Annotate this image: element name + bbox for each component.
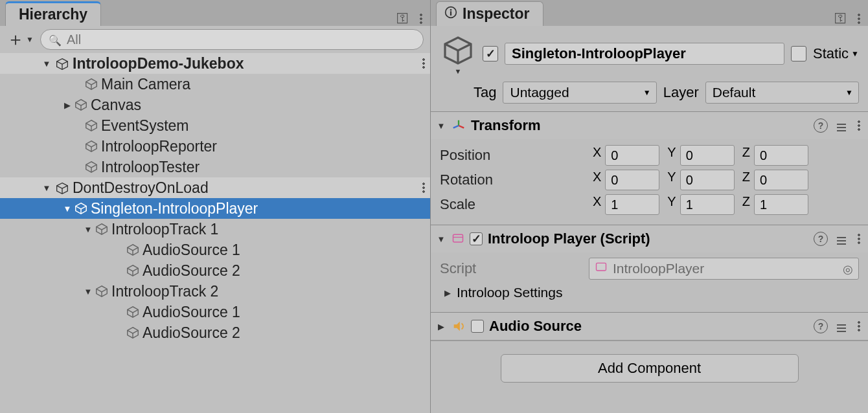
- unity-scene-icon: [56, 181, 69, 194]
- settings-label: Introloop Settings: [457, 285, 562, 300]
- position-z-field[interactable]: [754, 145, 808, 166]
- tree-row[interactable]: IntroloopTrack 2: [0, 281, 430, 302]
- transform-header[interactable]: Transform: [431, 112, 868, 139]
- lock-icon[interactable]: [834, 11, 847, 26]
- gameobject-name-field[interactable]: [505, 43, 784, 65]
- static-checkbox[interactable]: [791, 46, 806, 61]
- layer-label: Layer: [663, 84, 699, 101]
- component-menu-icon[interactable]: [858, 120, 860, 131]
- tree-row[interactable]: IntroloopTrack 1: [0, 219, 430, 240]
- svg-rect-42: [453, 234, 463, 242]
- row-label: Singleton-IntroloopPlayer: [91, 200, 425, 218]
- scene-row[interactable]: IntroloopDemo-Jukebox: [0, 53, 430, 74]
- tag-dropdown[interactable]: Untagged▼: [503, 82, 656, 104]
- script-reference-field[interactable]: IntroloopPlayer: [589, 258, 859, 280]
- foldout-icon[interactable]: [62, 100, 73, 110]
- introloop-settings-row[interactable]: Introloop Settings: [440, 281, 859, 304]
- rotation-x-field[interactable]: [605, 170, 659, 190]
- preset-icon[interactable]: [837, 120, 849, 131]
- unity-scene-icon: [56, 57, 69, 70]
- audio-source-header[interactable]: Audio Source: [431, 313, 868, 340]
- tree-row[interactable]: AudioSource 2: [0, 322, 430, 343]
- scene-menu-icon[interactable]: [422, 182, 425, 194]
- object-picker-icon[interactable]: [843, 261, 853, 276]
- add-gameobject-button[interactable]: ＋▼: [6, 27, 34, 52]
- scale-z-field[interactable]: [754, 194, 808, 215]
- hierarchy-tree: IntroloopDemo-Jukebox Main Camera Canvas…: [0, 53, 430, 413]
- introloop-player-header[interactable]: Introloop Player (Script): [431, 225, 868, 252]
- gameobject-icon: [84, 118, 98, 133]
- tree-row[interactable]: Canvas: [0, 95, 430, 115]
- tree-row[interactable]: IntroloopTester: [0, 157, 430, 177]
- add-component-button[interactable]: Add Component: [501, 354, 799, 383]
- row-label: EventSystem: [101, 117, 425, 135]
- foldout-icon[interactable]: [62, 203, 73, 214]
- tree-row[interactable]: AudioSource 2: [0, 260, 430, 281]
- row-label: AudioSource 1: [143, 241, 425, 259]
- active-checkbox[interactable]: [483, 46, 498, 61]
- layer-dropdown[interactable]: Default▼: [705, 82, 859, 104]
- rotation-y-field[interactable]: [680, 170, 735, 190]
- transform-body: Position X Y Z Rotation X Y Z: [431, 139, 868, 225]
- scene-menu-icon[interactable]: [422, 58, 425, 69]
- search-input[interactable]: [67, 32, 415, 47]
- scale-row: Scale X Y Z: [440, 192, 859, 217]
- tree-row[interactable]: IntroloopReporter: [0, 136, 430, 157]
- component-enabled-checkbox[interactable]: [471, 320, 484, 333]
- foldout-icon[interactable]: [442, 287, 453, 298]
- scale-y-field[interactable]: [680, 194, 735, 215]
- scale-x-field[interactable]: [605, 194, 659, 215]
- component-enabled-checkbox[interactable]: [470, 232, 483, 245]
- chevron-down-icon[interactable]: ▼: [455, 67, 462, 75]
- component-menu-icon[interactable]: [858, 320, 860, 332]
- svg-marker-45: [454, 322, 460, 331]
- position-row: Position X Y Z: [440, 143, 859, 168]
- row-label: IntroloopTrack 2: [111, 283, 425, 300]
- introloop-player-title: Introloop Player (Script): [488, 230, 808, 247]
- panel-menu-icon[interactable]: [858, 13, 860, 25]
- help-icon[interactable]: [814, 232, 828, 246]
- audio-source-icon: [451, 319, 466, 333]
- foldout-icon[interactable]: [83, 286, 93, 296]
- gameobject-icon: [126, 326, 140, 340]
- scene-row[interactable]: DontDestroyOnLoad: [0, 177, 430, 198]
- tree-row[interactable]: AudioSource 1: [0, 302, 430, 322]
- tree-row-selected[interactable]: Singleton-IntroloopPlayer: [0, 198, 430, 219]
- introloop-player-component: Introloop Player (Script) Script Introlo…: [431, 225, 868, 312]
- lock-icon[interactable]: [396, 11, 409, 26]
- preset-icon[interactable]: [837, 320, 849, 332]
- component-menu-icon[interactable]: [858, 233, 860, 245]
- position-y-field[interactable]: [680, 145, 735, 166]
- hierarchy-tab-label: Hierarchy: [19, 6, 87, 23]
- panel-menu-icon[interactable]: [420, 13, 422, 25]
- row-label: Canvas: [91, 96, 425, 114]
- tree-row[interactable]: EventSystem: [0, 115, 430, 136]
- rotation-z-field[interactable]: [754, 170, 808, 190]
- inspector-tab-controls: [834, 11, 868, 26]
- help-icon[interactable]: [814, 118, 828, 133]
- help-icon[interactable]: [814, 319, 828, 333]
- tree-row[interactable]: AudioSource 1: [0, 240, 430, 260]
- gameobject-icon: [95, 222, 109, 236]
- position-label: Position: [440, 147, 582, 164]
- gameobject-main-icon[interactable]: [440, 32, 476, 69]
- inspector-tab[interactable]: Inspector: [436, 1, 543, 26]
- row-label: IntroloopTester: [101, 159, 425, 176]
- hierarchy-tab[interactable]: Hierarchy: [5, 1, 101, 26]
- rotation-row: Rotation X Y Z: [440, 168, 859, 192]
- foldout-icon[interactable]: [41, 183, 52, 193]
- script-row: Script IntroloopPlayer: [440, 256, 859, 281]
- foldout-icon[interactable]: [83, 224, 93, 234]
- static-label[interactable]: Static▼: [813, 45, 859, 62]
- foldout-icon[interactable]: [436, 234, 446, 244]
- foldout-icon[interactable]: [436, 120, 446, 131]
- svg-line-40: [459, 126, 464, 128]
- hierarchy-search[interactable]: [40, 29, 424, 50]
- position-x-field[interactable]: [605, 145, 659, 166]
- preset-icon[interactable]: [837, 233, 849, 245]
- tree-row[interactable]: Main Camera: [0, 74, 430, 95]
- gameobject-icon: [84, 77, 98, 91]
- foldout-icon[interactable]: [436, 321, 446, 331]
- foldout-icon[interactable]: [41, 58, 52, 69]
- audio-source-title: Audio Source: [489, 318, 808, 335]
